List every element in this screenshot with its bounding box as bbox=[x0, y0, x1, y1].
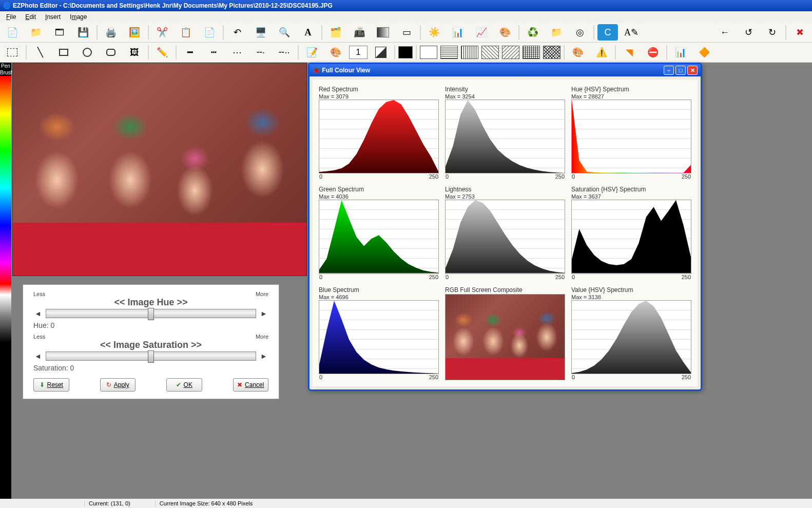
target-icon[interactable]: ◎ bbox=[570, 24, 590, 41]
scanner-icon[interactable]: 📠 bbox=[349, 24, 370, 41]
histogram-title: Red Spectrum bbox=[319, 86, 439, 93]
pattern-none[interactable] bbox=[420, 46, 437, 59]
channels-icon[interactable]: 🎨 bbox=[495, 24, 515, 41]
line-style-solid-icon[interactable]: ━ bbox=[180, 44, 200, 61]
new-file-icon[interactable]: 📄 bbox=[2, 24, 23, 41]
palette-icon[interactable]: 🎨 bbox=[325, 44, 346, 61]
cancel-button[interactable]: ✖Cancel bbox=[233, 378, 269, 392]
histogram-title: Blue Spectrum bbox=[319, 286, 439, 294]
warning-icon[interactable]: ⚠️ bbox=[591, 44, 612, 61]
hue-increase-button[interactable]: ► bbox=[259, 309, 268, 318]
line-style-dot-icon[interactable]: ⋯ bbox=[227, 44, 247, 61]
line-style-dashdot-icon[interactable]: ╌· bbox=[250, 44, 271, 61]
line-tool-icon[interactable]: ╲ bbox=[30, 44, 50, 61]
recycle-icon[interactable]: ♻️ bbox=[523, 24, 543, 41]
cut-icon[interactable]: ✂️ bbox=[152, 24, 172, 41]
toolbar-drawing: ╲ 🖼 ✏️ ━ ┅ ⋯ ╌· ╌·· 📝 🎨 🎨 ⚠️ ◥ ⛔ 📊 🔶 bbox=[0, 43, 812, 63]
action-orange-icon[interactable]: ◥ bbox=[619, 44, 640, 61]
histogram-axis: 0250 bbox=[319, 173, 439, 180]
folder-icon[interactable]: 📁 bbox=[546, 24, 567, 41]
pattern-grid[interactable] bbox=[523, 46, 540, 59]
refresh-icon[interactable]: C bbox=[597, 24, 618, 41]
histogram-max: Max = 28827 bbox=[571, 93, 691, 100]
layers-icon[interactable]: ▭ bbox=[396, 24, 417, 41]
undo-icon[interactable]: ↶ bbox=[227, 24, 247, 41]
copy-icon[interactable]: 📋 bbox=[176, 24, 196, 41]
color-black-swatch[interactable] bbox=[398, 46, 413, 58]
diamond-icon[interactable]: 🔶 bbox=[694, 44, 714, 61]
rotate-cw-icon[interactable]: ↻ bbox=[762, 24, 782, 41]
pattern-cross[interactable] bbox=[543, 46, 560, 59]
brightness-icon[interactable]: ☀️ bbox=[424, 24, 444, 41]
open-icon[interactable]: 📁 bbox=[26, 24, 46, 41]
full-colour-view-window: 🐞 Full Colour View – □ ✕ Red SpectrumMax… bbox=[308, 63, 702, 391]
apply-button[interactable]: ↻Apply bbox=[100, 378, 136, 392]
crop-icon[interactable]: 🖼 bbox=[124, 44, 145, 61]
font-tool-icon[interactable]: A✎ bbox=[621, 24, 642, 41]
selection-rect-icon[interactable] bbox=[2, 44, 23, 61]
color-gradient-picker[interactable] bbox=[0, 76, 11, 343]
image-export-icon[interactable]: 🖼️ bbox=[124, 24, 145, 41]
text-icon[interactable]: A bbox=[298, 24, 318, 41]
palette2-icon[interactable]: 🎨 bbox=[568, 44, 588, 61]
histogram-axis: 0250 bbox=[571, 173, 691, 180]
menu-file[interactable]: File bbox=[2, 12, 20, 22]
rect-tool-icon[interactable] bbox=[53, 44, 74, 61]
nav-back-icon[interactable]: ← bbox=[714, 24, 735, 41]
colour-view-titlebar[interactable]: 🐞 Full Colour View – □ ✕ bbox=[310, 64, 701, 76]
pencil-icon[interactable]: ✏️ bbox=[152, 44, 172, 61]
gallery-icon[interactable]: 🗂️ bbox=[325, 24, 346, 41]
stop-icon[interactable]: ⛔ bbox=[643, 44, 663, 61]
sat-slider[interactable] bbox=[46, 351, 256, 361]
levels-icon[interactable]: 📊 bbox=[448, 24, 468, 41]
minimize-button[interactable]: – bbox=[664, 66, 674, 75]
svg-marker-7 bbox=[572, 301, 691, 374]
ok-button[interactable]: ✔OK bbox=[166, 378, 202, 392]
composite-thumbnail[interactable] bbox=[445, 294, 565, 380]
maximize-button[interactable]: □ bbox=[675, 66, 686, 75]
pattern-hlines[interactable] bbox=[440, 46, 458, 59]
print-icon[interactable]: 🖨️ bbox=[101, 24, 121, 41]
workspace: Pen Brush LessMore << Image Hue >> ◄ ► H… bbox=[0, 63, 812, 502]
app-title: EZPhoto Editor - C:\Documents and Settin… bbox=[13, 2, 333, 9]
menu-edit[interactable]: Edit bbox=[21, 12, 40, 22]
histogram-title: Lightness bbox=[445, 186, 565, 193]
pen-label[interactable]: Pen bbox=[0, 63, 11, 69]
menu-insert[interactable]: Insert bbox=[41, 12, 65, 22]
circle-tool-icon[interactable] bbox=[77, 44, 98, 61]
histogram-icon[interactable]: 📈 bbox=[471, 24, 492, 41]
sat-decrease-button[interactable]: ◄ bbox=[33, 351, 43, 361]
pattern-vlines[interactable] bbox=[461, 46, 478, 59]
edit-pencil-icon[interactable]: 📝 bbox=[302, 44, 322, 61]
histogram-plot bbox=[571, 300, 691, 374]
sat-less-label: Less bbox=[33, 334, 45, 340]
copy-window-icon[interactable]: 🗔 bbox=[49, 24, 70, 41]
line-style-dashdotdot-icon[interactable]: ╌·· bbox=[274, 44, 295, 61]
reset-button[interactable]: ⬇Reset bbox=[33, 378, 69, 392]
zoom-icon[interactable]: 🔍 bbox=[274, 24, 295, 41]
sat-increase-button[interactable]: ► bbox=[259, 351, 268, 361]
pattern-diag1[interactable] bbox=[481, 46, 499, 59]
monitor-icon[interactable]: 🖥️ bbox=[250, 24, 271, 41]
diagonal-split-icon[interactable] bbox=[371, 44, 391, 61]
histogram-axis: 0250 bbox=[571, 274, 691, 280]
close-app-icon[interactable]: ✖ bbox=[789, 24, 810, 41]
histogram-max: Max = 3079 bbox=[319, 93, 439, 100]
hue-decrease-button[interactable]: ◄ bbox=[33, 309, 43, 318]
paste-icon[interactable]: 📄 bbox=[199, 24, 220, 41]
rounded-rect-icon[interactable] bbox=[101, 44, 121, 61]
line-style-dash-icon[interactable]: ┅ bbox=[203, 44, 224, 61]
svg-marker-0 bbox=[319, 100, 438, 173]
line-width-input[interactable] bbox=[349, 46, 368, 59]
hue-slider[interactable] bbox=[46, 309, 256, 318]
gradient-icon[interactable] bbox=[373, 24, 393, 41]
pattern-diag2[interactable] bbox=[502, 46, 519, 59]
menu-image[interactable]: Image bbox=[66, 12, 91, 22]
svg-marker-3 bbox=[319, 200, 438, 273]
save-icon[interactable]: 💾 bbox=[73, 24, 93, 41]
close-button[interactable]: ✕ bbox=[687, 66, 698, 75]
rotate-ccw-icon[interactable]: ↺ bbox=[738, 24, 759, 41]
bars-icon[interactable]: 📊 bbox=[670, 44, 691, 61]
brush-label[interactable]: Brush bbox=[0, 69, 11, 76]
image-canvas[interactable] bbox=[12, 63, 307, 276]
